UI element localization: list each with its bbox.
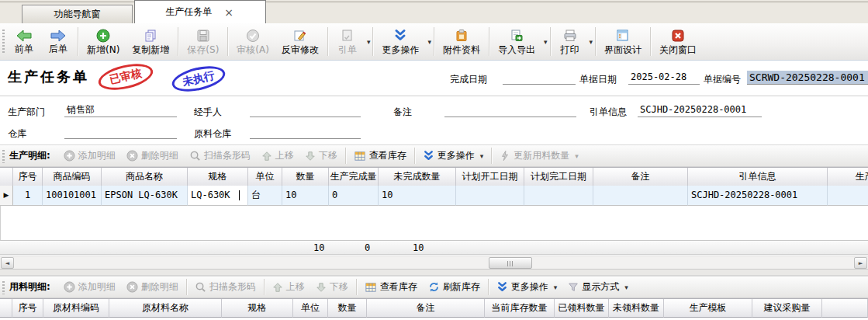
prod-column-header[interactable]: 引单信息 xyxy=(688,168,828,186)
toolbar-grip-handle[interactable] xyxy=(2,281,5,294)
mat-view-stock-label: 查看库存 xyxy=(380,280,417,294)
toolbar-separator xyxy=(488,279,489,295)
prod-cell-plan-end[interactable] xyxy=(524,186,593,206)
mat-column-header[interactable]: 生产模板 xyxy=(664,299,752,318)
warehouse-field[interactable] xyxy=(64,125,177,139)
prod-view-stock-button[interactable]: 查看库存 xyxy=(348,147,412,165)
dropdown-caret-icon[interactable]: ▾ xyxy=(554,283,558,291)
dropdown-caret-icon[interactable]: ▾ xyxy=(575,152,579,160)
prod-more-actions-button[interactable]: 更多操作 ▾ xyxy=(417,147,489,165)
prod-column-header[interactable]: 商品名称 xyxy=(102,168,188,186)
dropdown-caret-icon[interactable]: ▾ xyxy=(480,152,484,160)
mat-column-header[interactable]: 建议采购量 xyxy=(752,299,822,318)
print-button[interactable]: 打印 xyxy=(553,23,587,60)
toolbar-separator xyxy=(327,27,328,56)
ref-info-field[interactable]: SCJHD-20250228-0001 xyxy=(638,103,762,117)
prod-column-header[interactable]: 计划完工日期 xyxy=(524,168,593,186)
copy-add-button[interactable]: 复制新增 xyxy=(126,23,175,60)
mat-column-header[interactable]: 已领料数量 xyxy=(555,299,609,318)
prod-cell-done[interactable]: 0 xyxy=(329,186,379,206)
close-window-button[interactable]: 关闭窗口 xyxy=(653,23,703,60)
finish-date-field[interactable] xyxy=(503,71,576,85)
add-new-button[interactable]: 新增(N) xyxy=(81,23,126,60)
next-doc-button[interactable]: 后单 xyxy=(41,23,75,60)
section-splitter[interactable] xyxy=(0,269,868,276)
scrollbar-thumb[interactable] xyxy=(489,257,532,269)
prod-table-row[interactable]: ▶ 1 100101001 EPSON LQ-630K LQ-630K 台 10… xyxy=(0,186,868,206)
prod-cell-spec-editing[interactable]: LQ-630K xyxy=(188,186,248,206)
prod-cell-seq[interactable]: 1 xyxy=(13,186,43,206)
prod-column-header[interactable]: 单位 xyxy=(248,168,282,186)
toolbar-separator xyxy=(227,27,228,56)
handler-field[interactable] xyxy=(250,103,361,117)
dropdown-caret-icon[interactable]: ▾ xyxy=(544,38,548,46)
mat-column-header[interactable]: 原材料编码 xyxy=(43,299,109,318)
mat-column-header[interactable]: 备注 xyxy=(367,299,485,318)
prod-cell-remark[interactable] xyxy=(593,186,688,206)
prod-cell-code[interactable]: 100101001 xyxy=(43,186,102,206)
page-title: 生产任务单 xyxy=(8,68,89,86)
prod-column-header[interactable]: 规格 xyxy=(188,168,248,186)
mat-move-up-button: 上移 xyxy=(267,278,310,297)
prod-grid-empty-area[interactable] xyxy=(0,206,868,240)
mat-more-actions-button[interactable]: 更多操作 ▾ xyxy=(491,278,563,297)
mat-column-header[interactable]: 单位 xyxy=(293,299,328,318)
doc-no-field[interactable]: SCRWD-20250228-0001 xyxy=(747,71,868,85)
dropdown-caret-icon[interactable]: ▾ xyxy=(367,38,371,46)
prod-column-header[interactable]: 计划开工日期 xyxy=(456,168,524,186)
prod-cell-template[interactable] xyxy=(828,186,868,206)
prev-doc-button[interactable]: 前单 xyxy=(7,23,41,60)
prod-grid-header: 序号 商品编码 商品名称 规格 单位 数量 生产完成量 未完成数量 计划开工日期… xyxy=(0,167,868,186)
mat-display-mode-button[interactable]: 显示方式 ▾ xyxy=(562,278,634,297)
mat-column-header[interactable]: 当前库存数量 xyxy=(485,299,555,318)
mat-column-header[interactable]: 原材料名称 xyxy=(109,299,222,318)
save-button: 保存(S) xyxy=(181,23,225,60)
scroll-left-icon[interactable]: ◄ xyxy=(1,257,14,269)
mat-column-header[interactable]: 规格 xyxy=(222,299,293,318)
toolbar-grip-handle[interactable] xyxy=(2,150,5,163)
prod-column-header[interactable]: 生产完成量 xyxy=(329,168,379,186)
prod-cell-qty[interactable]: 10 xyxy=(282,186,329,206)
next-doc-label: 后单 xyxy=(49,44,67,54)
prod-column-header[interactable]: 备注 xyxy=(593,168,688,186)
mat-refresh-stock-button[interactable]: 刷新库存 xyxy=(423,278,486,297)
horizontal-scrollbar[interactable]: ◄ ► xyxy=(0,256,868,269)
mat-column-header[interactable]: 数量 xyxy=(328,299,367,318)
mat-column-header[interactable]: 未领料数量 xyxy=(609,299,664,318)
import-export-label: 导入导出 xyxy=(498,45,535,55)
dropdown-caret-icon[interactable]: ▾ xyxy=(624,283,628,291)
dropdown-caret-icon[interactable]: ▾ xyxy=(590,38,593,46)
prod-move-up-label: 上移 xyxy=(275,149,294,162)
attachments-button[interactable]: 附件资料 xyxy=(437,23,486,60)
prod-column-header[interactable]: 生产模板 xyxy=(828,168,868,186)
doc-date-field[interactable]: 2025-02-28 xyxy=(628,71,700,85)
material-warehouse-field[interactable] xyxy=(250,125,361,139)
more-actions-button[interactable]: 更多操作 xyxy=(375,23,425,60)
mat-column-header[interactable]: 序号 xyxy=(12,299,43,318)
ui-design-button[interactable]: 界面设计 xyxy=(598,23,648,60)
prod-cell-unit[interactable]: 台 xyxy=(248,186,282,206)
toolbar-grip-handle[interactable] xyxy=(2,30,5,54)
mat-view-stock-button[interactable]: 查看库存 xyxy=(359,278,423,297)
prod-column-header[interactable]: 数量 xyxy=(282,168,329,186)
prod-column-header[interactable]: 未完成数量 xyxy=(379,168,456,186)
pull-order-button: 引单 xyxy=(330,23,365,60)
unaudit-label: 反审修改 xyxy=(282,45,319,55)
prod-column-header[interactable]: 序号 xyxy=(13,168,43,186)
prod-cell-undone[interactable]: 10 xyxy=(379,186,456,206)
toolbar-separator xyxy=(186,279,187,295)
double-chevron-down-icon xyxy=(393,29,407,43)
import-export-button[interactable]: 导入导出 xyxy=(492,23,541,60)
scroll-right-icon[interactable]: ► xyxy=(854,257,867,269)
unaudit-edit-button[interactable]: 反审修改 xyxy=(275,23,325,60)
prod-cell-plan-start[interactable] xyxy=(456,186,524,206)
close-tab-icon[interactable]: × xyxy=(223,7,235,18)
tab-nav[interactable]: 功能导航窗 xyxy=(22,5,133,23)
prod-cell-ref[interactable]: SCJHD-20250228-0001 xyxy=(688,186,828,206)
dropdown-caret-icon[interactable]: ▾ xyxy=(427,38,431,46)
prod-column-header[interactable]: 商品编码 xyxy=(43,168,102,186)
dept-field[interactable]: 销售部 xyxy=(64,103,177,117)
prod-cell-name[interactable]: EPSON LQ-630K xyxy=(102,186,188,206)
remark-field[interactable] xyxy=(444,103,576,117)
tab-doc[interactable]: 生产任务单 × xyxy=(134,0,266,23)
